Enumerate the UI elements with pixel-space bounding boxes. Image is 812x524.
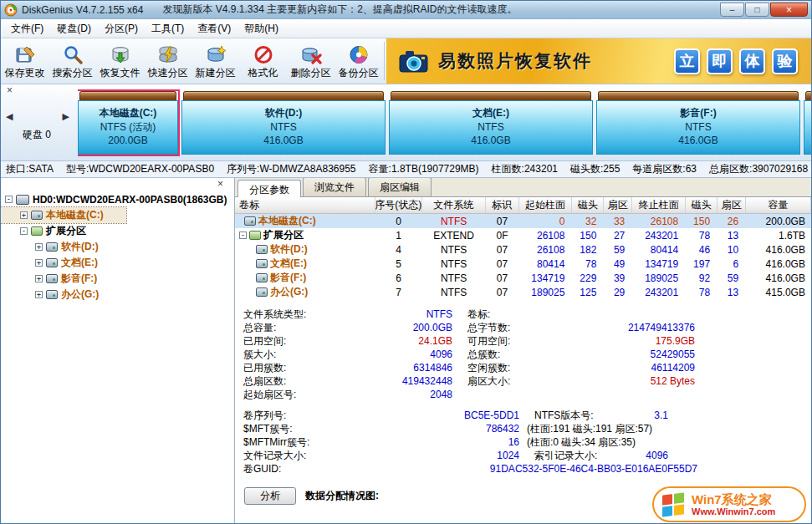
detail-value: 2048 bbox=[342, 388, 452, 401]
ad-cta-tile[interactable]: 验 bbox=[772, 48, 798, 74]
maximize-button[interactable]: □ bbox=[745, 3, 769, 17]
new-partition-label: 新建分区 bbox=[196, 66, 236, 80]
format-button[interactable]: 格式化 bbox=[239, 38, 287, 84]
extended-partition-icon bbox=[31, 226, 43, 236]
drive-icon bbox=[256, 245, 268, 254]
recover-files-button[interactable]: 恢复文件 bbox=[96, 38, 144, 84]
partition-size: 416.0GB bbox=[471, 134, 510, 148]
update-notice: 发现新版本 V4.9.1.334 主要更新内容如下：2、提高虚拟RAID的文件读… bbox=[162, 3, 517, 17]
partition-block-partial[interactable] bbox=[804, 91, 811, 155]
drive-icon bbox=[46, 258, 58, 267]
partition-block-d[interactable]: 软件(D:) NTFS 416.0GB bbox=[181, 91, 386, 155]
drive-icon bbox=[46, 242, 58, 252]
expander-icon[interactable]: + bbox=[35, 275, 43, 282]
cell-volume: 影音(F:) bbox=[235, 271, 375, 285]
drive-icon bbox=[31, 211, 43, 220]
detail-label: 卷GUID: bbox=[243, 462, 342, 476]
expander-icon[interactable]: + bbox=[35, 291, 43, 298]
detail-row: 起始扇区号: 2048 bbox=[243, 388, 811, 401]
tree-item-label: 文档(E:) bbox=[61, 256, 98, 270]
new-partition-button[interactable]: 新建分区 bbox=[192, 38, 239, 84]
save-changes-label: 保存更改 bbox=[5, 66, 45, 80]
tree-item-g-drive[interactable]: + 办公(G:) bbox=[1, 287, 234, 303]
table-row[interactable]: 影音(F:) 6 NTFS 07 134719 229 39 189025 92… bbox=[235, 271, 811, 285]
search-partition-label: 搜索分区 bbox=[53, 66, 93, 80]
expander-icon[interactable]: - bbox=[20, 227, 28, 235]
menu-help[interactable]: 帮助(H) bbox=[237, 19, 285, 38]
ad-cta-tile[interactable]: 即 bbox=[707, 48, 733, 74]
tab-browse-files[interactable]: 浏览文件 bbox=[303, 178, 366, 196]
detail-value: 786432 bbox=[342, 422, 519, 435]
minimize-button[interactable]: – bbox=[720, 3, 744, 17]
partition-name: 文档(E:) bbox=[472, 106, 509, 120]
ad-cta-tile[interactable]: 立 bbox=[674, 48, 700, 74]
tree-item-label: 本地磁盘(C:) bbox=[46, 208, 104, 222]
ad-cta-tile[interactable]: 体 bbox=[739, 48, 765, 74]
prev-disk-arrow-icon[interactable]: ◀ bbox=[6, 111, 13, 122]
drive-icon bbox=[256, 287, 268, 297]
table-row[interactable]: 软件(D:) 4 NTFS 07 26108 182 59 80414 46 1… bbox=[235, 242, 811, 257]
disk-info-interface: 接口:SATA bbox=[6, 162, 54, 176]
header-volume: 卷标 bbox=[235, 197, 375, 213]
quick-partition-button[interactable]: 快速分区 bbox=[144, 38, 192, 84]
diskgenius-window: DiskGenius V4.7.2.155 x64 发现新版本 V4.9.1.3… bbox=[0, 0, 812, 524]
partition-block-c[interactable]: 本地磁盘(C:) NTFS (活动) 200.0GB bbox=[78, 91, 178, 155]
volume-label: 扩展分区 bbox=[263, 228, 304, 242]
menu-partition[interactable]: 分区(P) bbox=[98, 19, 145, 38]
disk-info-total-sectors: 总扇区数:3907029168 bbox=[709, 162, 808, 176]
save-icon bbox=[14, 44, 36, 65]
analyze-button[interactable]: 分析 bbox=[244, 487, 296, 505]
toolbar: 保存更改 搜索分区 恢复文件 快速分区 bbox=[1, 38, 811, 84]
menu-file[interactable]: 文件(F) bbox=[4, 19, 50, 38]
tree-item-extended[interactable]: - 扩展分区 bbox=[1, 223, 234, 239]
partition-block-e[interactable]: 文档(E:) NTFS 416.0GB bbox=[389, 91, 593, 155]
expander-icon[interactable]: - bbox=[239, 231, 247, 239]
cell-number: 1 bbox=[375, 228, 422, 242]
detail-value: 16 bbox=[342, 435, 519, 449]
cell-filesystem: NTFS bbox=[422, 214, 486, 228]
search-partition-button[interactable]: 搜索分区 bbox=[49, 38, 96, 84]
close-button[interactable]: × bbox=[770, 3, 808, 17]
table-row[interactable]: 办公(G:) 7 NTFS 07 189025 125 29 243201 78… bbox=[235, 285, 811, 299]
tree-item-d-drive[interactable]: + 软件(D:) bbox=[1, 239, 234, 255]
tab-sector-edit[interactable]: 扇区编辑 bbox=[368, 178, 432, 196]
panel-close-icon[interactable]: × bbox=[4, 86, 15, 97]
table-row[interactable]: 本地磁盘(C:) 0 NTFS 07 0 32 33 26108 150 26 … bbox=[235, 214, 811, 228]
backup-partition-button[interactable]: 备份分区 bbox=[335, 38, 382, 84]
expander-icon[interactable]: - bbox=[5, 196, 13, 203]
partition-name: 影音(F:) bbox=[680, 106, 716, 120]
save-changes-button[interactable]: 保存更改 bbox=[1, 38, 49, 84]
table-row[interactable]: -扩展分区 1 EXTEND 0F 26108 150 27 243201 78… bbox=[235, 228, 811, 242]
cell-volume: 办公(G:) bbox=[235, 285, 375, 299]
cell-end-head: 150 bbox=[686, 214, 718, 228]
tab-partition-params[interactable]: 分区参数 bbox=[237, 180, 301, 197]
quick-partition-label: 快速分区 bbox=[148, 66, 188, 80]
cell-start-sector: 49 bbox=[604, 257, 632, 271]
tree-item-disk[interactable]: - HD0:WDCWD20EARX-00PASB0(1863GB) bbox=[1, 191, 234, 207]
cell-start-sector: 39 bbox=[604, 271, 632, 285]
menu-view[interactable]: 查看(V) bbox=[191, 19, 237, 38]
expander-icon[interactable]: + bbox=[35, 259, 43, 267]
expander-icon[interactable]: + bbox=[35, 243, 43, 251]
expander-icon[interactable]: + bbox=[20, 211, 28, 219]
drive-icon bbox=[256, 259, 268, 268]
partition-body bbox=[804, 100, 811, 155]
header-id: 标识 bbox=[486, 197, 519, 213]
detail-value: 4096 bbox=[342, 348, 452, 361]
tree-item-e-drive[interactable]: + 文档(E:) bbox=[1, 255, 234, 271]
tree-item-c-drive[interactable]: + 本地磁盘(C:) bbox=[1, 207, 126, 223]
delete-partition-button[interactable]: 删除分区 bbox=[287, 38, 335, 84]
partition-block-f[interactable]: 影音(F:) NTFS 416.0GB bbox=[596, 91, 800, 155]
table-row[interactable]: 文档(E:) 5 NTFS 07 80414 78 49 134719 197 … bbox=[235, 257, 811, 271]
detail-value: 1024 bbox=[342, 449, 519, 462]
next-disk-arrow-icon[interactable]: ▶ bbox=[63, 111, 69, 122]
menu-disk[interactable]: 硬盘(D) bbox=[50, 19, 98, 38]
detail-value: 3.1 bbox=[616, 409, 668, 422]
ad-banner[interactable]: 易数照片恢复软件 立 即 体 验 bbox=[386, 38, 811, 84]
tree-item-f-drive[interactable]: + 影音(F:) bbox=[1, 271, 234, 287]
menu-tools[interactable]: 工具(T) bbox=[145, 19, 191, 38]
tree-close-icon[interactable]: × bbox=[215, 180, 226, 191]
detail-row: 文件系统类型: NTFS 卷标: bbox=[243, 308, 811, 321]
tree-item-label: 办公(G:) bbox=[61, 287, 99, 302]
format-label: 格式化 bbox=[248, 66, 278, 80]
